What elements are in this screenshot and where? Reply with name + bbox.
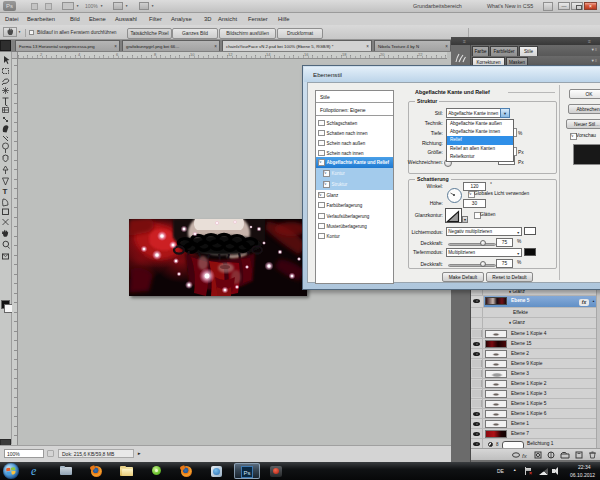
svg-text:T: T <box>3 187 8 196</box>
svg-text:fx: fx <box>522 453 528 459</box>
